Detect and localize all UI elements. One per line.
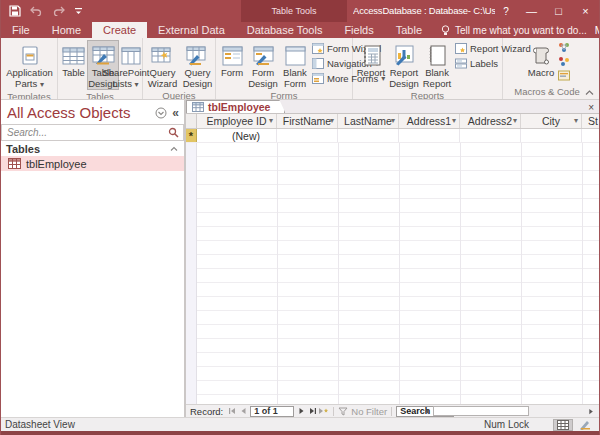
blank-report-button[interactable]: Blank Report: [421, 40, 453, 90]
collapse-ribbon-button[interactable]: [585, 90, 594, 96]
minimize-button[interactable]: —: [518, 0, 545, 22]
record-position-box[interactable]: 1 of 1: [250, 406, 294, 417]
form-design-icon: [253, 43, 274, 68]
nav-pane-title[interactable]: All Access Objects: [7, 104, 155, 121]
design-view-button[interactable]: [575, 419, 595, 431]
scrollbar-thumb[interactable]: [433, 406, 529, 416]
form-design-button[interactable]: Form Design: [246, 40, 280, 90]
button-label: Table: [62, 68, 85, 79]
access-window: Table Tools AccessDatabase : Database- C…: [0, 0, 600, 435]
tab-external-data[interactable]: External Data: [147, 22, 236, 38]
datasheet-cell[interactable]: [582, 129, 599, 142]
scroll-right-button[interactable]: [586, 408, 597, 415]
last-record-button[interactable]: [307, 407, 318, 415]
select-all-corner[interactable]: [186, 114, 197, 128]
new-record-button[interactable]: [318, 407, 329, 415]
column-dropdown-icon[interactable]: ▾: [452, 116, 456, 125]
report-button[interactable]: Report: [355, 40, 387, 80]
column-header[interactable]: Address2▾: [460, 114, 521, 128]
new-record-selector[interactable]: *: [186, 129, 197, 142]
button-label: Report Design: [389, 68, 419, 89]
datasheet-view-button[interactable]: [553, 419, 573, 431]
scroll-left-button[interactable]: [420, 408, 432, 415]
nav-pane-menu-button[interactable]: [155, 107, 167, 119]
asterisk-icon: *: [189, 131, 193, 141]
tab-fields[interactable]: Fields: [333, 22, 384, 38]
form-button[interactable]: Form: [218, 40, 246, 80]
column-dropdown-icon[interactable]: ▾: [269, 116, 273, 125]
filter-toggle-button[interactable]: No Filter: [338, 406, 387, 417]
record-label: Record:: [190, 406, 223, 417]
class-module-button[interactable]: [558, 56, 570, 67]
tab-create[interactable]: Create: [92, 22, 147, 38]
module-button[interactable]: [558, 42, 570, 53]
new-record-id-cell[interactable]: (New): [197, 129, 277, 142]
table-button[interactable]: Table: [60, 40, 87, 80]
tab-table[interactable]: Table: [385, 22, 433, 38]
column-dropdown-icon[interactable]: ▾: [330, 116, 334, 125]
filter-label: No Filter: [351, 406, 387, 417]
help-button[interactable]: ?: [494, 0, 518, 22]
visual-basic-button[interactable]: [558, 70, 570, 81]
column-dropdown-icon[interactable]: ▾: [574, 116, 578, 125]
navigation-pane: All Access Objects « Tables tblEmployee: [1, 100, 186, 417]
column-dropdown-icon[interactable]: ▾: [513, 116, 517, 125]
search-icon[interactable]: [168, 127, 183, 138]
tell-me-box[interactable]: Tell me what you want to do...: [433, 22, 595, 38]
column-header[interactable]: FirstName▾: [277, 114, 338, 128]
collapse-group-icon[interactable]: [170, 146, 178, 152]
datasheet-cell[interactable]: [338, 129, 399, 142]
title-bar: Table Tools AccessDatabase : Database- C…: [1, 0, 599, 22]
previous-record-button[interactable]: [237, 407, 248, 415]
labels-icon: [455, 58, 467, 69]
ribbon-group-macros: Macro Macros & Code: [503, 38, 591, 99]
status-bar: Datasheet View Num Lock: [1, 417, 599, 431]
blank-form-button[interactable]: Blank Form: [280, 40, 310, 90]
ribbon-tab-row: File Home Create External Data Database …: [1, 22, 599, 38]
tell-me-label: Tell me what you want to do...: [455, 25, 587, 36]
tab-database-tools[interactable]: Database Tools: [236, 22, 334, 38]
redo-button[interactable]: [52, 6, 65, 16]
column-header[interactable]: LastName▾: [338, 114, 399, 128]
datasheet-cell[interactable]: [521, 129, 582, 142]
nav-search-input[interactable]: [2, 127, 168, 138]
application-parts-icon: [19, 43, 41, 68]
query-wizard-button[interactable]: Query Wizard: [145, 40, 180, 90]
application-parts-button[interactable]: Application Parts ▾: [3, 40, 56, 91]
customize-qat-button[interactable]: [74, 7, 83, 16]
column-header[interactable]: City▾: [521, 114, 582, 128]
nav-group-tables[interactable]: Tables: [1, 141, 184, 156]
record-navigation-bar: Record: 1 of 1 No Filter: [186, 404, 599, 417]
datasheet-cell[interactable]: [277, 129, 338, 142]
column-header[interactable]: Address1▾: [399, 114, 460, 128]
column-dropdown-icon[interactable]: ▾: [391, 116, 395, 125]
column-header[interactable]: St: [582, 114, 599, 128]
nav-item-tblEmployee[interactable]: tblEmployee: [1, 156, 184, 171]
tab-tblEmployee[interactable]: tblEmployee: [186, 100, 285, 113]
form-icon: [222, 43, 243, 68]
report-design-button[interactable]: Report Design: [387, 40, 421, 90]
query-design-button[interactable]: Query Design: [180, 40, 215, 90]
tab-home[interactable]: Home: [41, 22, 92, 38]
close-button[interactable]: ×: [572, 0, 599, 22]
column-label: Address2: [468, 115, 512, 127]
datasheet-cell[interactable]: [399, 129, 460, 142]
module-icon: [558, 42, 570, 53]
undo-button[interactable]: [30, 6, 43, 16]
sharepoint-lists-button[interactable]: SharePoint Lists ▾: [119, 40, 143, 91]
tab-file[interactable]: File: [1, 22, 41, 38]
close-document-icon[interactable]: ×: [588, 100, 594, 114]
maximize-button[interactable]: □: [545, 0, 572, 22]
button-label: Form: [221, 68, 243, 79]
document-area: tblEmployee × Employee ID▾ FirstName▾ La…: [186, 100, 599, 417]
next-record-button[interactable]: [296, 407, 307, 415]
datasheet-cell[interactable]: [460, 129, 521, 142]
first-record-button[interactable]: [226, 407, 237, 415]
column-header[interactable]: Employee ID▾: [197, 114, 277, 128]
row-selector-column: [186, 143, 197, 404]
macro-button[interactable]: Macro: [524, 40, 558, 80]
account-user[interactable]: Muhammad Waqas: [595, 22, 600, 38]
shutter-bar-button[interactable]: «: [172, 106, 179, 120]
save-button[interactable]: [9, 5, 21, 17]
button-label: Blank Form: [282, 68, 308, 89]
